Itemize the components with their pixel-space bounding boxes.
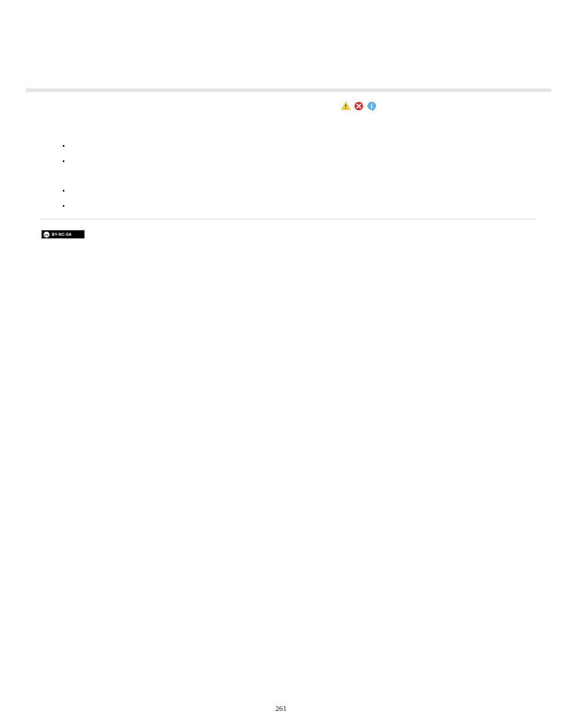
cc-license-text: BY-NC-SA: [52, 232, 72, 236]
svg-point-3: [371, 104, 372, 105]
cc-logo-icon: cc: [44, 232, 49, 238]
list-item: [62, 159, 551, 166]
error-icon: [354, 101, 363, 111]
warning-icon: [341, 101, 351, 111]
page-content: cc BY-NC-SA: [0, 0, 562, 241]
list-item: [62, 188, 551, 195]
svg-rect-4: [371, 106, 372, 108]
page-number: 261: [275, 704, 287, 713]
info-icon: [367, 101, 376, 111]
bullet-group-2: [62, 188, 551, 210]
svg-rect-0: [345, 104, 346, 107]
bullet-group-1: [62, 143, 551, 166]
list-item: [62, 143, 551, 150]
horizontal-rule: [41, 219, 535, 219]
cc-license-badge: cc BY-NC-SA: [41, 230, 85, 239]
section-separator: [26, 88, 551, 92]
status-icons-row: [341, 101, 551, 111]
list-item: [62, 203, 551, 210]
svg-point-1: [345, 108, 346, 109]
bullet-list-section: [62, 143, 551, 210]
